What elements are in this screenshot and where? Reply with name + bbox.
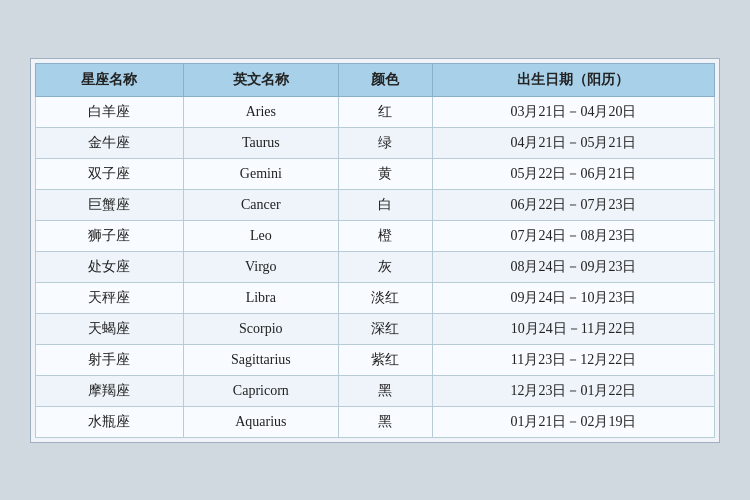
table-cell: Libra [183, 282, 338, 313]
table-cell: 水瓶座 [36, 406, 184, 437]
table-cell: 12月23日－01月22日 [432, 375, 714, 406]
table-cell: Cancer [183, 189, 338, 220]
table-cell: Virgo [183, 251, 338, 282]
table-cell: 双子座 [36, 158, 184, 189]
table-cell: Leo [183, 220, 338, 251]
table-cell: 紫红 [338, 344, 432, 375]
table-cell: 天秤座 [36, 282, 184, 313]
table-header-cell: 出生日期（阳历） [432, 63, 714, 96]
table-cell: 射手座 [36, 344, 184, 375]
table-cell: Aquarius [183, 406, 338, 437]
table-cell: 摩羯座 [36, 375, 184, 406]
table-cell: Capricorn [183, 375, 338, 406]
table-cell: 橙 [338, 220, 432, 251]
table-cell: 01月21日－02月19日 [432, 406, 714, 437]
table-cell: 黑 [338, 406, 432, 437]
table-cell: 黑 [338, 375, 432, 406]
table-header-cell: 颜色 [338, 63, 432, 96]
table-cell: 白 [338, 189, 432, 220]
table-cell: 11月23日－12月22日 [432, 344, 714, 375]
table-cell: 绿 [338, 127, 432, 158]
table-row: 狮子座Leo橙07月24日－08月23日 [36, 220, 715, 251]
table-cell: 红 [338, 96, 432, 127]
table-cell: 淡红 [338, 282, 432, 313]
table-cell: 深红 [338, 313, 432, 344]
table-row: 摩羯座Capricorn黑12月23日－01月22日 [36, 375, 715, 406]
table-cell: 09月24日－10月23日 [432, 282, 714, 313]
table-cell: 白羊座 [36, 96, 184, 127]
table-cell: Taurus [183, 127, 338, 158]
table-row: 处女座Virgo灰08月24日－09月23日 [36, 251, 715, 282]
table-cell: 06月22日－07月23日 [432, 189, 714, 220]
table-cell: 金牛座 [36, 127, 184, 158]
table-header-cell: 星座名称 [36, 63, 184, 96]
table-row: 金牛座Taurus绿04月21日－05月21日 [36, 127, 715, 158]
table-header-cell: 英文名称 [183, 63, 338, 96]
table-cell: 巨蟹座 [36, 189, 184, 220]
table-cell: 08月24日－09月23日 [432, 251, 714, 282]
table-cell: Scorpio [183, 313, 338, 344]
table-row: 双子座Gemini黄05月22日－06月21日 [36, 158, 715, 189]
zodiac-table: 星座名称英文名称颜色出生日期（阳历） 白羊座Aries红03月21日－04月20… [35, 63, 715, 438]
table-cell: 灰 [338, 251, 432, 282]
table-row: 水瓶座Aquarius黑01月21日－02月19日 [36, 406, 715, 437]
table-header-row: 星座名称英文名称颜色出生日期（阳历） [36, 63, 715, 96]
table-row: 射手座Sagittarius紫红11月23日－12月22日 [36, 344, 715, 375]
table-row: 白羊座Aries红03月21日－04月20日 [36, 96, 715, 127]
table-row: 天秤座Libra淡红09月24日－10月23日 [36, 282, 715, 313]
table-cell: 05月22日－06月21日 [432, 158, 714, 189]
table-cell: Aries [183, 96, 338, 127]
table-cell: 处女座 [36, 251, 184, 282]
table-cell: 天蝎座 [36, 313, 184, 344]
table-cell: 07月24日－08月23日 [432, 220, 714, 251]
table-cell: 狮子座 [36, 220, 184, 251]
table-body: 白羊座Aries红03月21日－04月20日金牛座Taurus绿04月21日－0… [36, 96, 715, 437]
zodiac-table-wrapper: 星座名称英文名称颜色出生日期（阳历） 白羊座Aries红03月21日－04月20… [30, 58, 720, 443]
table-cell: 04月21日－05月21日 [432, 127, 714, 158]
table-cell: Sagittarius [183, 344, 338, 375]
table-cell: 黄 [338, 158, 432, 189]
table-row: 巨蟹座Cancer白06月22日－07月23日 [36, 189, 715, 220]
table-cell: Gemini [183, 158, 338, 189]
table-cell: 03月21日－04月20日 [432, 96, 714, 127]
table-cell: 10月24日－11月22日 [432, 313, 714, 344]
table-row: 天蝎座Scorpio深红10月24日－11月22日 [36, 313, 715, 344]
